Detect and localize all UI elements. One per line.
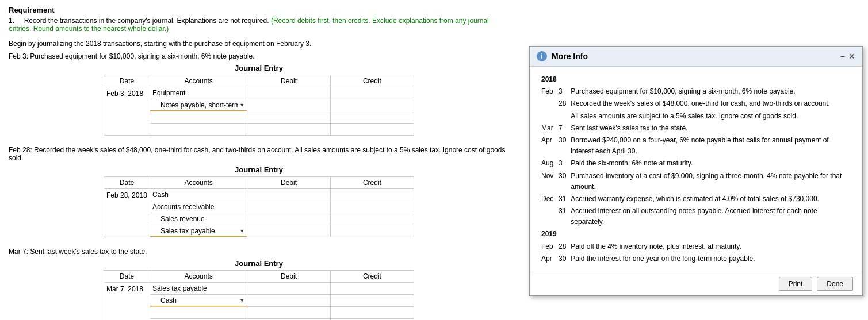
credit-input-3-1[interactable] <box>333 296 411 304</box>
debit-input-2-0[interactable] <box>250 191 328 199</box>
event-month-dec31b <box>539 205 556 228</box>
account-cell-1-1[interactable]: ▼ <box>150 99 247 111</box>
credit-cell-1-1[interactable] <box>330 99 414 111</box>
debit-cell-1-1[interactable] <box>247 99 331 111</box>
credit-input-2-3[interactable] <box>333 227 411 235</box>
credit-input-3-2[interactable] <box>333 309 411 317</box>
credit-cell-3-2[interactable] <box>330 307 414 319</box>
account-input-3-0[interactable] <box>152 284 244 292</box>
list-item: Feb 3 Purchased equipment for $10,000, s… <box>539 86 853 98</box>
credit-input-1-0[interactable] <box>333 89 411 97</box>
credit-input-2-2[interactable] <box>333 215 411 223</box>
table-row: ▼ <box>104 99 414 111</box>
credit-cell-2-0[interactable] <box>330 189 414 201</box>
event-month-2019-apr30: Apr <box>539 253 556 265</box>
credit-input-2-0[interactable] <box>333 191 411 199</box>
account-input-2-1[interactable] <box>152 203 244 211</box>
debit-cell-2-3[interactable] <box>247 225 331 237</box>
debit-input-2-2[interactable] <box>250 215 328 223</box>
account-cell-3-2[interactable] <box>150 307 247 319</box>
event-month-mar7: Mar <box>539 122 556 134</box>
account-cell-1-2[interactable] <box>150 111 247 124</box>
list-item: Mar 7 Sent last week's sales tax to the … <box>539 122 853 134</box>
print-button[interactable]: Print <box>779 277 813 291</box>
account-cell-3-1[interactable]: ▼ <box>150 295 247 307</box>
table-row <box>104 307 414 319</box>
account-input-1-0[interactable] <box>152 89 244 97</box>
debit-input-2-1[interactable] <box>250 203 328 211</box>
dropdown-arrow-1-1[interactable]: ▼ <box>239 102 244 108</box>
credit-input-1-1[interactable] <box>333 101 411 109</box>
account-cell-1-0[interactable] <box>150 87 247 99</box>
table-row: Feb 3, 2018 <box>104 87 414 99</box>
credit-cell-3-0[interactable] <box>330 283 414 295</box>
event-day-2019-feb28: 28 <box>556 241 568 253</box>
debit-input-1-0[interactable] <box>250 89 328 97</box>
journal-table-1: Journal Entry Date Accounts Debit Credit… <box>104 64 414 136</box>
debit-cell-2-2[interactable] <box>247 213 331 225</box>
done-button[interactable]: Done <box>817 277 853 291</box>
event-day-dec31a: 31 <box>556 193 568 205</box>
debit-input-2-3[interactable] <box>250 227 328 235</box>
account-cell-2-3[interactable]: ▼ <box>150 225 247 237</box>
list-item: All sales amounts are subject to a 5% sa… <box>539 110 853 122</box>
list-item: Dec 31 Accrued warranty expense, which i… <box>539 193 853 205</box>
debit-cell-2-1[interactable] <box>247 201 331 213</box>
debit-cell-1-2[interactable] <box>247 111 331 124</box>
dropdown-arrow-3-1[interactable]: ▼ <box>239 298 244 303</box>
date-cell-2: Feb 28, 2018 <box>104 189 150 237</box>
credit-input-2-1[interactable] <box>333 203 411 211</box>
event-text-apr30: Borrowed $240,000 on a four-year, 6% not… <box>568 134 853 157</box>
year-2019-label: 2019 <box>539 228 853 240</box>
account-cell-3-0[interactable] <box>150 283 247 295</box>
credit-input-1-3[interactable] <box>333 125 411 133</box>
account-cell-2-0[interactable] <box>150 189 247 201</box>
account-cell-2-1[interactable] <box>150 201 247 213</box>
journal-caption-2: Journal Entry <box>104 165 414 176</box>
account-input-1-1[interactable] <box>160 101 238 109</box>
account-cell-1-3[interactable] <box>150 124 247 136</box>
journal-table-3: Journal Entry Date Accounts Debit Credit… <box>104 259 414 320</box>
minimize-button[interactable]: − <box>840 52 845 61</box>
list-item: 31 Accrued interest on all outstanding n… <box>539 205 853 228</box>
debit-input-1-1[interactable] <box>250 101 328 109</box>
credit-cell-3-1[interactable] <box>330 295 414 307</box>
debit-cell-3-0[interactable] <box>247 283 331 295</box>
credit-cell-2-3[interactable] <box>330 225 414 237</box>
account-input-2-2[interactable] <box>160 215 244 223</box>
debit-cell-3-1[interactable] <box>247 295 331 307</box>
debit-cell-2-0[interactable] <box>247 189 331 201</box>
transaction-label-3: Mar 7: Sent last week's sales tax to the… <box>9 248 509 256</box>
credit-cell-1-2[interactable] <box>330 111 414 124</box>
debit-input-3-1[interactable] <box>250 296 328 304</box>
credit-input-3-0[interactable] <box>333 284 411 292</box>
account-input-1-3[interactable] <box>152 125 244 133</box>
debit-input-1-3[interactable] <box>250 125 328 133</box>
credit-cell-1-3[interactable] <box>330 124 414 136</box>
debit-cell-3-2[interactable] <box>247 307 331 319</box>
req-main-text: Record the transactions in the company's… <box>24 17 269 25</box>
table-row: Mar 7, 2018 <box>104 283 414 295</box>
event-month-2019-feb28: Feb <box>539 241 556 253</box>
debit-input-3-0[interactable] <box>250 284 328 292</box>
credit-cell-2-2[interactable] <box>330 213 414 225</box>
event-text-2019-apr30: Paid the interest for one year on the lo… <box>568 253 853 265</box>
account-input-2-3[interactable] <box>160 227 238 235</box>
debit-cell-1-3[interactable] <box>247 124 331 136</box>
account-input-3-2[interactable] <box>152 309 244 317</box>
account-input-3-1[interactable] <box>160 296 238 304</box>
credit-cell-1-0[interactable] <box>330 87 414 99</box>
account-input-1-2[interactable] <box>152 113 244 121</box>
close-button[interactable]: ✕ <box>848 52 855 61</box>
account-cell-2-2[interactable] <box>150 213 247 225</box>
th-credit-2: Credit <box>330 177 414 189</box>
credit-cell-2-1[interactable] <box>330 201 414 213</box>
debit-input-1-2[interactable] <box>250 113 328 121</box>
account-input-2-0[interactable] <box>152 191 244 199</box>
debit-input-3-2[interactable] <box>250 309 328 317</box>
dropdown-arrow-2-3[interactable]: ▼ <box>239 228 244 234</box>
event-text-dec31b: Accrued interest on all outstanding note… <box>568 205 853 228</box>
debit-cell-1-0[interactable] <box>247 87 331 99</box>
journal-section-2: Feb 28: Recorded the week's sales of $48… <box>9 146 509 237</box>
credit-input-1-2[interactable] <box>333 113 411 121</box>
